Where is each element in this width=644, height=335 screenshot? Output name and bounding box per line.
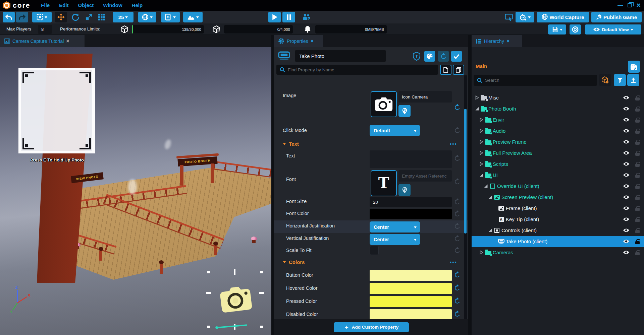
rotate-tool-button[interactable] xyxy=(69,12,81,22)
tree-row-ui[interactable]: UI xyxy=(472,170,644,181)
lock-icon[interactable] xyxy=(635,150,640,156)
selection-handle[interactable] xyxy=(234,269,235,275)
tree-row-misc[interactable]: Misc xyxy=(472,92,644,103)
tree-row-take-photo-client[interactable]: Take Photo (client) xyxy=(472,236,644,247)
reset-image-icon[interactable] xyxy=(454,104,461,111)
terrain-dropdown[interactable] xyxy=(183,12,203,22)
lock-icon[interactable] xyxy=(635,117,640,123)
minimize-icon[interactable] xyxy=(618,5,623,6)
undo-button[interactable] xyxy=(3,12,15,22)
menu-edit[interactable]: Edit xyxy=(54,0,73,11)
selection-handle[interactable] xyxy=(259,292,264,294)
hierarchy-search-input[interactable]: Search xyxy=(474,75,597,86)
properties-scrollbar-thumb[interactable] xyxy=(464,109,467,233)
lock-icon[interactable] xyxy=(635,184,640,189)
pressed-color-swatch[interactable] xyxy=(370,296,452,307)
visibility-eye-icon[interactable] xyxy=(623,239,630,244)
reset-scale-icon[interactable] xyxy=(454,247,461,254)
section-menu-icon[interactable]: ••• xyxy=(450,259,457,265)
reset-text-icon[interactable] xyxy=(454,155,461,161)
expander-collapsed-icon[interactable] xyxy=(474,95,480,100)
visibility-eye-icon[interactable] xyxy=(623,250,630,255)
click-mode-dropdown[interactable]: Default xyxy=(370,125,420,136)
locate-asset-button[interactable] xyxy=(398,105,411,117)
reset-font-size-icon[interactable] xyxy=(454,199,461,205)
reset-disabled-color-icon[interactable] xyxy=(454,311,461,317)
menu-object[interactable]: Object xyxy=(73,0,99,11)
lock-icon[interactable] xyxy=(635,195,640,200)
tree-row-override-ui-client[interactable]: Override UI (client) xyxy=(472,181,644,192)
close-tab-icon[interactable]: × xyxy=(311,38,314,44)
selection-handle[interactable] xyxy=(207,271,210,273)
visibility-eye-icon[interactable] xyxy=(623,140,630,144)
asset-filter-button[interactable] xyxy=(599,74,611,86)
font-asset-thumbnail[interactable]: T xyxy=(371,170,397,196)
world-settings-dropdown[interactable] xyxy=(138,12,156,22)
lock-icon[interactable] xyxy=(635,250,640,255)
help-ring-button[interactable] xyxy=(570,24,581,35)
tree-row-screen-preview-client[interactable]: Screen Preview (client) xyxy=(472,192,644,203)
image-asset-name[interactable]: Icon Camera xyxy=(398,91,452,103)
visibility-eye-icon[interactable] xyxy=(623,95,630,100)
expander-collapsed-icon[interactable] xyxy=(479,151,484,155)
find-property-input[interactable]: Find Property by Name xyxy=(276,65,438,75)
tab-hierarchy[interactable]: Hierarchy × xyxy=(472,35,522,47)
default-view-dropdown[interactable]: Default View xyxy=(585,24,641,35)
tree-row-cameras[interactable]: Cameras xyxy=(472,247,644,258)
reset-pressed-color-icon[interactable] xyxy=(454,298,461,304)
menu-window[interactable]: Window xyxy=(98,0,127,11)
section-colors[interactable]: Colors xyxy=(283,259,305,265)
tree-row-key-tip-client[interactable]: AKey Tip (client) xyxy=(472,214,644,225)
reset-button-color-icon[interactable] xyxy=(454,272,461,278)
pause-button[interactable] xyxy=(282,12,295,22)
h-justification-dropdown[interactable]: Center xyxy=(370,221,420,232)
tree-row-scripts[interactable]: Scripts xyxy=(472,158,644,170)
selected-camera-button[interactable] xyxy=(207,271,263,328)
tree-row-preview-frame[interactable]: Preview Frame xyxy=(472,136,644,147)
multiplayer-preview-button[interactable] xyxy=(301,12,312,22)
expander-expanded-icon[interactable] xyxy=(487,195,493,199)
expander-collapsed-icon[interactable] xyxy=(479,129,484,133)
expander-expanded-icon[interactable] xyxy=(487,228,493,232)
snap-size-dropdown[interactable]: 25 xyxy=(113,12,133,22)
section-menu-icon[interactable]: ••• xyxy=(450,141,457,147)
lock-icon[interactable] xyxy=(635,139,640,145)
close-tab-icon[interactable]: × xyxy=(66,38,69,44)
max-players-input[interactable]: 8 xyxy=(38,25,52,34)
lock-icon[interactable] xyxy=(635,217,640,222)
tree-row-controls-client[interactable]: Controls (client) xyxy=(472,225,644,236)
section-text[interactable]: Text xyxy=(283,141,299,147)
hovered-color-swatch[interactable] xyxy=(370,283,452,294)
reset-hovered-color-icon[interactable] xyxy=(454,285,461,291)
menu-file[interactable]: File xyxy=(36,0,54,11)
tree-row-envir[interactable]: Envir xyxy=(472,114,644,125)
disabled-color-swatch[interactable] xyxy=(370,309,452,320)
reset-v-just-icon[interactable] xyxy=(454,236,461,242)
expander-collapsed-icon[interactable] xyxy=(479,162,484,166)
expander-collapsed-icon[interactable] xyxy=(479,118,484,122)
tree-row-frame-client[interactable]: Frame (client) xyxy=(472,203,644,214)
viewport-3d-scene[interactable]: PHOTO BOOTH VIEW PHOTO Press E To Hold U… xyxy=(0,47,271,335)
capture-scene-button[interactable] xyxy=(628,61,640,73)
export-button[interactable] xyxy=(627,74,639,86)
save-dropdown-button[interactable] xyxy=(548,24,566,35)
font-size-input[interactable]: 20 xyxy=(370,197,452,207)
redo-button[interactable] xyxy=(16,12,28,22)
v-justification-dropdown[interactable]: Center xyxy=(370,234,420,245)
tree-row-photo-booth[interactable]: Photo Booth xyxy=(472,103,644,114)
expander-expanded-icon[interactable] xyxy=(483,184,488,188)
selection-handle[interactable] xyxy=(260,271,263,273)
image-asset-thumbnail[interactable] xyxy=(371,91,397,117)
screen-share-button[interactable] xyxy=(503,12,515,22)
script-dropdown[interactable] xyxy=(161,12,180,22)
tree-row-audio[interactable]: Audio xyxy=(472,125,644,136)
reset-font-icon[interactable] xyxy=(454,179,461,185)
tree-row-full-preview-area[interactable]: Full Preview Area xyxy=(472,147,644,158)
lock-icon[interactable] xyxy=(635,206,640,211)
new-script-button[interactable] xyxy=(440,65,451,75)
selection-handle[interactable] xyxy=(260,326,263,328)
lock-icon[interactable] xyxy=(635,239,640,244)
scale-to-fit-checkbox[interactable] xyxy=(370,246,379,255)
expander-expanded-icon[interactable] xyxy=(474,107,480,111)
lock-icon[interactable] xyxy=(635,95,640,100)
